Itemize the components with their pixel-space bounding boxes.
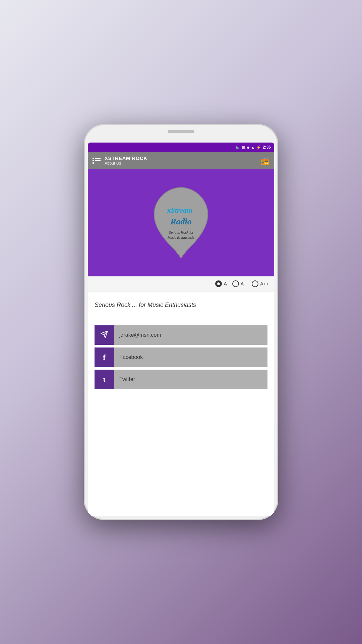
status-time: 2:36	[263, 145, 271, 150]
content-tagline: Serious Rock ... for Music Enthusiasts	[95, 302, 267, 309]
text-size-bar: A A+ A++	[88, 276, 274, 291]
sim-icon: ▦	[242, 145, 245, 150]
content-area: Serious Rock ... for Music Enthusiasts	[88, 291, 274, 516]
contact-list: jdrake@msn.com f Facebook t	[95, 325, 267, 389]
email-label-box: jdrake@msn.com	[114, 325, 267, 345]
text-size-aplus-label: A+	[241, 281, 247, 286]
svg-text:xStream-: xStream-	[167, 206, 195, 214]
twitter-icon: t	[103, 376, 106, 383]
twitter-contact-item[interactable]: t Twitter	[95, 370, 267, 389]
facebook-icon: f	[103, 353, 106, 362]
facebook-icon-box: f	[95, 347, 114, 367]
text-size-aplusplus[interactable]: A++	[252, 280, 269, 287]
phone-speaker	[168, 130, 194, 133]
phone-screen: 🔈 ▦ ◆ ▲ ⚡ 2:36	[88, 143, 274, 516]
radio-icon[interactable]: 📻	[260, 156, 269, 165]
volume-icon: 🔈	[235, 145, 240, 150]
app-bar-left: XSTREAM ROCK About Us	[93, 155, 147, 166]
email-label: jdrake@msn.com	[119, 332, 161, 338]
twitter-label: Twitter	[119, 376, 135, 382]
signal-icon: ▲	[251, 145, 255, 149]
hero-banner: xStream- Radio Serious Rock for Music En…	[88, 169, 274, 276]
app-title-group: XSTREAM ROCK About Us	[105, 155, 147, 166]
svg-text:Serious Rock for: Serious Rock for	[169, 231, 194, 234]
menu-button[interactable]	[93, 158, 101, 164]
text-size-aplus-radio[interactable]	[232, 280, 239, 287]
battery-icon: ⚡	[256, 145, 261, 150]
svg-text:Radio: Radio	[170, 217, 192, 226]
facebook-label: Facebook	[119, 354, 143, 360]
email-send-icon	[100, 330, 108, 340]
text-size-aplusplus-radio[interactable]	[252, 280, 258, 287]
app-title: XSTREAM ROCK	[105, 155, 147, 161]
status-bar: 🔈 ▦ ◆ ▲ ⚡ 2:36	[88, 143, 274, 152]
wifi-icon: ◆	[247, 145, 249, 150]
text-size-a-radio[interactable]	[215, 280, 222, 287]
app-bar: XSTREAM ROCK About Us 📻	[88, 152, 274, 169]
twitter-label-box: Twitter	[114, 370, 267, 389]
status-icons: 🔈 ▦ ◆ ▲ ⚡ 2:36	[235, 145, 271, 150]
email-contact-item[interactable]: jdrake@msn.com	[95, 325, 267, 345]
twitter-icon-box: t	[95, 370, 114, 389]
app-subtitle: About Us	[105, 161, 147, 166]
email-icon-box	[95, 325, 114, 345]
svg-text:Music Enthusiasts: Music Enthusiasts	[168, 236, 195, 239]
guitar-pick-logo: xStream- Radio Serious Rock for Music En…	[147, 184, 215, 261]
phone-device: 🔈 ▦ ◆ ▲ ⚡ 2:36	[84, 124, 278, 520]
text-size-aplusplus-label: A++	[260, 281, 269, 286]
facebook-contact-item[interactable]: f Facebook	[95, 347, 267, 367]
text-size-a-label: A	[224, 281, 227, 286]
text-size-a[interactable]: A	[215, 280, 227, 287]
text-size-aplus[interactable]: A+	[232, 280, 247, 287]
facebook-label-box: Facebook	[114, 347, 267, 367]
